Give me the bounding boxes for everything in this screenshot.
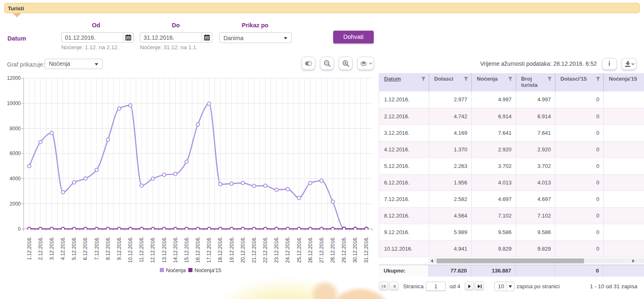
svg-text:26.12.2016.: 26.12.2016. — [308, 237, 313, 263]
svg-text:8.12.2016.: 8.12.2016. — [105, 237, 111, 260]
svg-text:4.12.2016.: 4.12.2016. — [60, 237, 66, 260]
svg-text:5.12.2016.: 5.12.2016. — [71, 237, 77, 260]
svg-text:0: 0 — [18, 226, 21, 232]
svg-text:Noćenja: Noćenja — [166, 267, 186, 273]
svg-text:22.12.2016.: 22.12.2016. — [262, 237, 268, 263]
svg-text:15.12.2016.: 15.12.2016. — [184, 237, 190, 263]
svg-text:19.12.2016.: 19.12.2016. — [229, 237, 235, 263]
svg-text:10000: 10000 — [7, 100, 21, 106]
svg-text:17.12.2016.: 17.12.2016. — [206, 237, 212, 263]
svg-text:21.12.2016.: 21.12.2016. — [251, 237, 257, 263]
svg-text:8000: 8000 — [10, 126, 21, 132]
svg-text:1.12.2016.: 1.12.2016. — [26, 237, 32, 260]
svg-text:2.12.2016.: 2.12.2016. — [38, 237, 43, 260]
svg-text:30.12.2016.: 30.12.2016. — [352, 237, 358, 263]
svg-text:18.12.2016.: 18.12.2016. — [217, 237, 223, 263]
svg-text:24.12.2016.: 24.12.2016. — [285, 237, 291, 263]
svg-text:23.12.2016.: 23.12.2016. — [274, 237, 279, 263]
svg-text:27.12.2016.: 27.12.2016. — [319, 237, 324, 263]
svg-text:Noćenja'15: Noćenja'15 — [195, 267, 221, 273]
svg-text:16.12.2016.: 16.12.2016. — [195, 237, 201, 263]
svg-text:25.12.2016.: 25.12.2016. — [296, 237, 302, 263]
svg-text:7.12.2016.: 7.12.2016. — [94, 237, 100, 260]
svg-text:14.12.2016.: 14.12.2016. — [173, 237, 178, 263]
svg-text:28.12.2016.: 28.12.2016. — [330, 237, 336, 263]
svg-text:6.12.2016.: 6.12.2016. — [82, 237, 88, 260]
svg-text:2000: 2000 — [10, 201, 21, 207]
svg-text:4000: 4000 — [10, 176, 21, 182]
svg-text:10.12.2016.: 10.12.2016. — [127, 237, 133, 263]
svg-text:12000: 12000 — [7, 75, 21, 81]
svg-text:9.12.2016.: 9.12.2016. — [116, 237, 122, 260]
svg-text:12.12.2016.: 12.12.2016. — [150, 237, 156, 263]
svg-text:31.12.2016.: 31.12.2016. — [363, 237, 369, 263]
svg-text:11.12.2016.: 11.12.2016. — [139, 237, 144, 263]
svg-text:13.12.2016.: 13.12.2016. — [161, 237, 167, 263]
svg-text:3.12.2016.: 3.12.2016. — [49, 237, 55, 260]
svg-text:29.12.2016.: 29.12.2016. — [341, 237, 347, 263]
svg-text:20.12.2016.: 20.12.2016. — [240, 237, 246, 263]
svg-text:6000: 6000 — [10, 151, 21, 156]
